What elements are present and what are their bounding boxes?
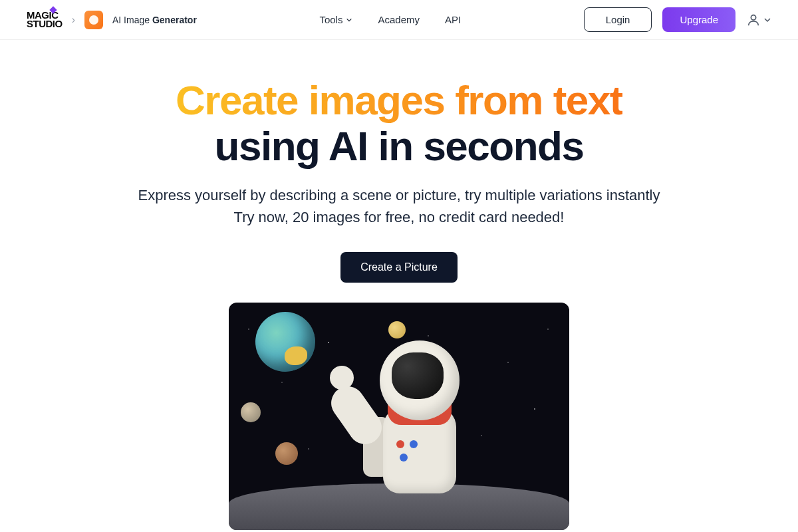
upgrade-button[interactable]: Upgrade <box>662 7 735 32</box>
hero-subtitle: Express yourself by describing a scene o… <box>0 184 798 228</box>
create-picture-button[interactable]: Create a Picture <box>340 252 458 283</box>
headline-gradient-text: Create images from text <box>176 77 622 123</box>
planet-icon <box>275 442 298 465</box>
headline-dark-text: using AI in seconds <box>215 123 584 169</box>
suit-button-icon <box>400 454 408 462</box>
hero-headline: Create images from text using AI in seco… <box>0 77 798 170</box>
user-icon <box>746 13 761 27</box>
nav-academy[interactable]: Academy <box>378 14 420 25</box>
login-button[interactable]: Login <box>584 7 652 32</box>
header: MAGIC STUDIO › AI Image Generator Tools … <box>0 0 798 40</box>
logo-text-line2: STUDIO <box>27 20 63 29</box>
svg-point-0 <box>751 15 755 19</box>
chevron-down-icon <box>763 16 771 24</box>
profile-menu[interactable] <box>746 13 771 27</box>
app-icon <box>84 11 103 29</box>
suit-button-icon <box>396 440 404 448</box>
astronaut-hand <box>330 366 354 390</box>
hero-section: Create images from text using AI in seco… <box>0 40 798 530</box>
nav-tools[interactable]: Tools <box>319 14 352 25</box>
brand-logo[interactable]: MAGIC STUDIO <box>27 11 63 29</box>
nav-tools-label: Tools <box>319 14 342 25</box>
header-right: Login Upgrade <box>584 7 771 32</box>
astronaut-helmet <box>380 340 460 420</box>
planet-earth-icon <box>255 312 315 372</box>
planet-icon <box>241 402 261 422</box>
header-left: MAGIC STUDIO › AI Image Generator <box>27 11 197 29</box>
subtitle-line2: Try now, 20 images for free, no credit c… <box>234 209 565 225</box>
suit-button-icon <box>410 440 418 448</box>
chevron-down-icon <box>346 17 352 23</box>
nav-api-label: API <box>445 14 461 25</box>
app-title: AI Image Generator <box>112 15 197 25</box>
nav-academy-label: Academy <box>378 14 420 25</box>
hero-image-astronaut <box>229 303 569 530</box>
nav-api[interactable]: API <box>445 14 461 25</box>
app-icon-inner-circle <box>89 15 98 25</box>
subtitle-line1: Express yourself by describing a scene o… <box>138 187 660 203</box>
chevron-right-icon: › <box>72 14 75 26</box>
main-nav: Tools Academy API <box>319 14 461 25</box>
astronaut-figure <box>333 327 479 520</box>
astronaut-visor <box>392 352 444 399</box>
